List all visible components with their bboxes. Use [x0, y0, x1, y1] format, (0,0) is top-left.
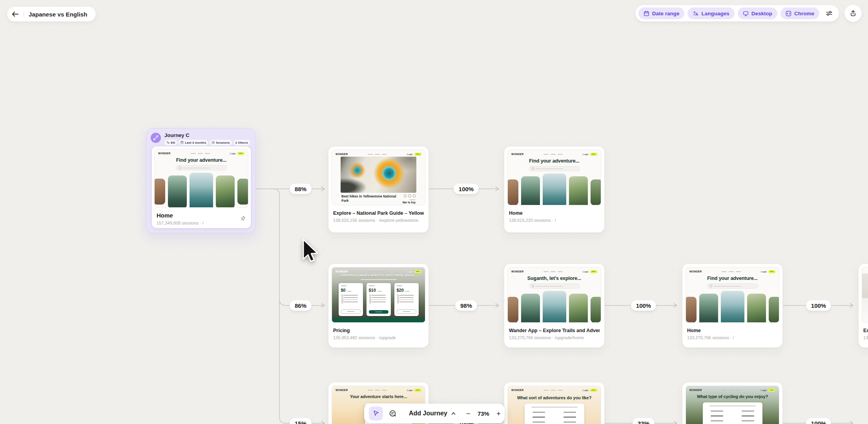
price: $10 [369, 288, 376, 292]
photo-gallery [154, 173, 248, 208]
badge-label: Sessions [216, 141, 230, 144]
signup-button [590, 389, 597, 392]
nav-links-skeleton [543, 154, 563, 155]
page-thumbnail-home: WONDER Login Find your adventure... [686, 267, 779, 323]
thumbnail-navbar: WONDER Login [689, 269, 775, 274]
signup-button [590, 270, 597, 273]
period-badge[interactable]: Last 3 months [179, 140, 208, 145]
comment-tool-button[interactable] [386, 407, 399, 420]
photo-gallery [507, 174, 601, 205]
wander-logo: WONDER [511, 389, 523, 391]
hot-spring-photo [341, 157, 416, 193]
edge-label: 88% [290, 184, 312, 194]
thumbnail-heading: Find your adventure... [508, 158, 601, 164]
journey-node-start[interactable]: Journey C EN Last 3 months Sessions [146, 128, 256, 233]
journey-node-yellowstone[interactable]: WONDER Login Best hikes in Yellowstone N… [328, 146, 429, 233]
divider [24, 11, 24, 17]
flow-connectors [0, 0, 868, 424]
pin-button[interactable] [240, 216, 246, 223]
footer-bar [332, 318, 425, 322]
edge-label: 100% [631, 300, 656, 311]
journey-badges: EN Last 3 months Sessions 2 Others [164, 140, 250, 145]
chevron-up-icon [451, 411, 456, 415]
add-journey-control[interactable]: Add Journey [409, 410, 456, 417]
signup-button [237, 152, 244, 155]
zoom-controls: − 73% + [466, 410, 501, 417]
pushpin-icon [240, 216, 246, 222]
nav-links-skeleton [368, 390, 387, 391]
thumbnail-search-bar [176, 165, 227, 170]
device-filter[interactable]: Desktop [738, 7, 777, 19]
signup-button [590, 153, 597, 156]
page-thumbnail-personalized: WONDER Login Suganth, let's explore... [507, 267, 601, 323]
browser-filter[interactable]: Chrome [780, 7, 819, 19]
plan-card-pro: $10 [367, 283, 391, 316]
wander-logo: WONDER [511, 270, 523, 273]
edge-label: 15% [290, 418, 312, 424]
plan-button [397, 309, 416, 314]
node-stats: 135,953,482 sessions · /upgrade [333, 335, 424, 340]
nav-links-skeleton [368, 271, 387, 272]
thumbnail-heading: What type of cycling do you enjoy? [686, 394, 779, 399]
search-icon [532, 167, 534, 170]
journey-node-home[interactable]: WONDER Login Find your adventure... Home… [504, 146, 605, 233]
feature-skeleton [344, 295, 361, 302]
filter-label: Date range [652, 11, 680, 16]
signup-button [768, 389, 775, 392]
nav-auth: Login [761, 389, 775, 392]
clock-icon [212, 141, 215, 144]
date-range-filter[interactable]: Date range [638, 7, 685, 19]
wander-logo: WONDER [336, 270, 348, 273]
share-button[interactable] [844, 5, 862, 22]
journey-node-pricing[interactable]: WONDER Login Adventure awaits with Pro a… [328, 263, 429, 348]
metric-badge[interactable]: Sessions [210, 140, 232, 145]
zoom-out-button[interactable]: − [466, 410, 470, 417]
select-tool-button[interactable] [369, 406, 383, 420]
header-title-bar: Japanese vs English [7, 7, 96, 22]
languages-filter[interactable]: Languages [687, 7, 734, 19]
node-title: Pricing [333, 328, 424, 333]
journey-node-home[interactable]: WONDER Login Find your adventure... Home… [682, 263, 783, 348]
nav-links-skeleton [191, 153, 210, 154]
page-thumbnail-yellowstone: WONDER Login Best hikes in Yellowstone N… [332, 150, 425, 205]
thumbnail-heading: Find your adventure... [155, 157, 248, 163]
edge-label: 100% [806, 300, 831, 311]
nav-auth: Login [761, 270, 775, 273]
journey-node-truncated[interactable]: Exp 133 [858, 263, 868, 348]
journey-node-cycling-quiz[interactable]: WONDER Login What type of cycling do you… [682, 382, 783, 424]
nav-auth: Login [407, 153, 421, 156]
journey-flow-canvas[interactable]: 88% 100% 86% 98% 100% 100% 15% 100% 33% … [0, 0, 868, 424]
text-skeleton [531, 407, 578, 408]
login-link: Login [583, 389, 589, 391]
thumbnail-heading: Suganth, let's explore... [508, 276, 601, 281]
add-journey-label: Add Journey [409, 410, 447, 417]
login-link: Login [407, 153, 413, 155]
mouse-cursor [302, 239, 320, 266]
browser-code-icon [786, 11, 791, 16]
signup-button [414, 153, 421, 156]
back-arrow-icon [12, 11, 19, 17]
thumbnail-navbar: WONDER Login [336, 388, 421, 392]
journey-node-adventure-quiz[interactable]: WONDER Login What sort of adventures do … [504, 382, 605, 424]
nav-auth: Login [583, 153, 597, 156]
thumbnail-heading: Your adventure starts here... [332, 394, 425, 399]
others-badge[interactable]: 2 Others [233, 140, 250, 145]
text-skeleton [361, 279, 397, 280]
options-panel [525, 404, 584, 424]
journey-step-card-home[interactable]: WONDER Login Find your adventure... Home… [152, 146, 251, 228]
zoom-in-button[interactable]: + [496, 410, 501, 417]
signup-button [768, 270, 775, 273]
thumbnail-navbar: WONDER Login [511, 152, 597, 156]
badge-label: EN [171, 141, 175, 144]
edge-label: 98% [455, 300, 477, 311]
back-button[interactable] [12, 11, 19, 17]
wander-logo: WONDER [336, 389, 348, 391]
photo-gallery [507, 291, 601, 323]
photo-gallery [686, 291, 779, 323]
view-settings-button[interactable] [822, 7, 836, 20]
nav-links-skeleton [722, 271, 741, 272]
language-badge[interactable]: EN [164, 140, 177, 145]
journey-node-wander-app[interactable]: WONDER Login Suganth, let's explore... W… [504, 263, 605, 348]
filter-label: Languages [701, 11, 729, 16]
season-label: Mar to Sep [403, 201, 416, 204]
